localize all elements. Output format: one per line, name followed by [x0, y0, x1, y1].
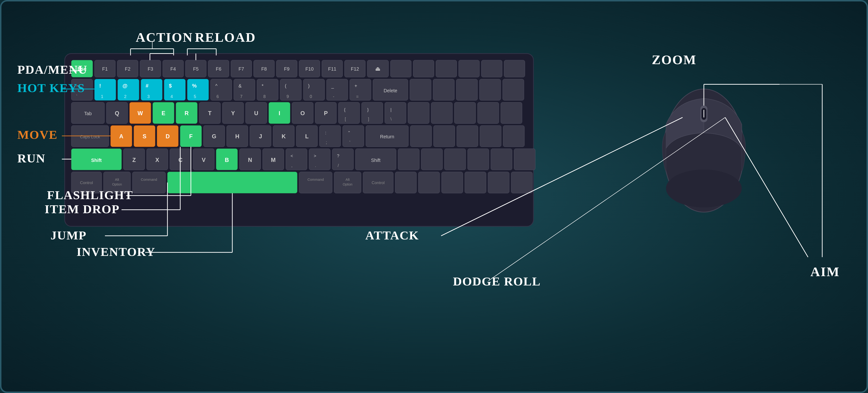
- svg-text:}: }: [367, 107, 369, 112]
- svg-text:X: X: [155, 157, 159, 163]
- svg-text:8: 8: [263, 94, 266, 99]
- svg-rect-15: [231, 60, 252, 77]
- svg-text:I: I: [279, 110, 280, 116]
- svg-rect-7: [140, 60, 161, 77]
- svg-text:|: |: [390, 107, 392, 112]
- svg-rect-201: [465, 172, 486, 193]
- svg-text:Control: Control: [80, 181, 93, 185]
- svg-rect-35: [71, 79, 93, 100]
- svg-text:]: ]: [368, 117, 369, 121]
- svg-text:6: 6: [217, 94, 219, 99]
- svg-rect-53: [211, 79, 232, 100]
- svg-rect-27: [367, 60, 389, 77]
- svg-text:INVENTORY: INVENTORY: [76, 245, 155, 259]
- svg-rect-193: [334, 172, 361, 193]
- svg-rect-178: [421, 149, 442, 170]
- svg-text:Alt: Alt: [115, 178, 119, 181]
- svg-text:G: G: [212, 133, 216, 140]
- svg-text:ACTION: ACTION: [136, 30, 193, 44]
- svg-rect-198: [395, 172, 416, 193]
- svg-text:PDA/MENU: PDA/MENU: [18, 63, 88, 76]
- svg-rect-41: [118, 79, 139, 100]
- svg-rect-143: [366, 125, 408, 147]
- svg-rect-115: [478, 102, 499, 123]
- svg-rect-62: [280, 79, 302, 100]
- svg-text:Y: Y: [231, 110, 235, 116]
- svg-text:@: @: [123, 83, 128, 89]
- svg-text:-: -: [333, 94, 334, 99]
- svg-text:;: ;: [326, 140, 327, 145]
- svg-rect-76: [410, 79, 431, 100]
- svg-text:_: _: [331, 83, 334, 89]
- svg-text:L: L: [305, 133, 309, 140]
- svg-rect-34: [504, 60, 525, 77]
- svg-rect-196: [363, 172, 393, 193]
- svg-text:U: U: [254, 110, 258, 116]
- svg-rect-85: [129, 102, 151, 123]
- svg-rect-23: [322, 60, 342, 77]
- svg-line-245: [488, 117, 725, 281]
- svg-text:Command: Command: [307, 178, 324, 181]
- svg-text:F: F: [189, 133, 193, 140]
- svg-text:F2: F2: [125, 66, 130, 71]
- svg-rect-9: [163, 60, 183, 77]
- svg-rect-109: [385, 102, 406, 123]
- svg-rect-81: [71, 102, 104, 123]
- svg-rect-56: [234, 79, 255, 100]
- svg-text:<: <: [290, 154, 293, 158]
- svg-text:A: A: [119, 133, 123, 140]
- svg-text:9: 9: [287, 94, 289, 99]
- svg-rect-32: [459, 60, 479, 77]
- svg-rect-44: [141, 79, 162, 100]
- svg-text:F11: F11: [328, 66, 336, 71]
- svg-rect-164: [262, 149, 284, 170]
- svg-rect-146: [434, 125, 455, 147]
- svg-rect-47: [164, 79, 185, 100]
- svg-text:Return: Return: [380, 134, 395, 139]
- svg-text:E: E: [161, 110, 165, 116]
- svg-text:M: M: [271, 157, 276, 163]
- svg-rect-113: [431, 102, 452, 123]
- svg-rect-148: [480, 125, 501, 147]
- svg-text:Alt: Alt: [345, 178, 350, 181]
- svg-text:?: ?: [337, 154, 339, 158]
- svg-text:&: &: [239, 83, 242, 88]
- svg-rect-154: [147, 149, 168, 170]
- svg-text:': ': [349, 140, 350, 145]
- svg-text:Tab: Tab: [84, 111, 92, 116]
- svg-text:F1: F1: [102, 66, 108, 71]
- svg-rect-199: [418, 172, 439, 193]
- svg-text:Caps Lock: Caps Lock: [80, 134, 100, 139]
- svg-text:~: ~: [76, 83, 79, 88]
- svg-rect-114: [454, 102, 475, 123]
- svg-text:!: !: [99, 83, 101, 89]
- svg-text:O: O: [301, 110, 305, 116]
- svg-rect-137: [319, 125, 341, 147]
- svg-text:AIM: AIM: [810, 264, 840, 279]
- svg-rect-121: [134, 125, 155, 147]
- svg-rect-103: [338, 102, 360, 123]
- svg-text:DODGE ROLL: DODGE ROLL: [453, 274, 540, 288]
- svg-rect-13: [208, 60, 229, 77]
- svg-rect-106: [362, 102, 383, 123]
- svg-text:\: \: [390, 117, 392, 121]
- svg-text:=: =: [356, 94, 359, 99]
- svg-text:Option: Option: [343, 182, 352, 186]
- svg-rect-133: [273, 125, 294, 147]
- svg-text:>: >: [314, 154, 316, 158]
- svg-text:,: ,: [291, 163, 292, 168]
- svg-rect-127: [204, 125, 225, 147]
- svg-text:4: 4: [170, 94, 173, 99]
- svg-text:F5: F5: [193, 66, 199, 71]
- svg-text:S: S: [143, 133, 147, 140]
- svg-rect-3: [94, 60, 115, 77]
- svg-rect-123: [157, 125, 178, 147]
- svg-rect-190: [167, 172, 297, 193]
- svg-text:RELOAD: RELOAD: [195, 30, 256, 44]
- svg-rect-93: [222, 102, 244, 123]
- svg-rect-87: [153, 102, 174, 123]
- svg-rect-191: [299, 172, 332, 193]
- svg-text:(: (: [285, 83, 287, 88]
- main-container: Esc F1 F2 F3 F4 F5 F6 F7 F8 F9 F10 F11 F…: [0, 0, 868, 393]
- svg-text:RUN: RUN: [18, 151, 45, 165]
